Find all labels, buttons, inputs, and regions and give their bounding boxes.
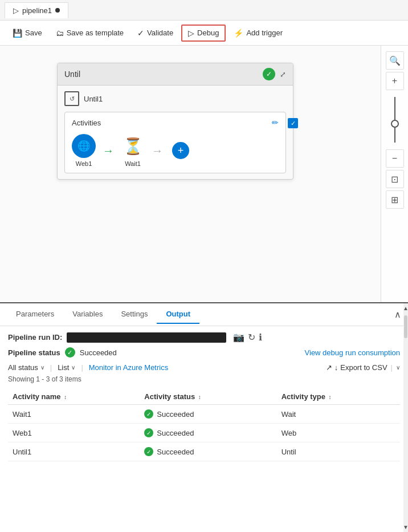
pipeline-tab-label: pipeline1	[22, 6, 52, 15]
col-activity-type[interactable]: Activity type ↕	[277, 389, 400, 405]
tab-output[interactable]: Output	[157, 305, 199, 324]
canvas-controls: 🔍 + − ⊡ ⊞	[381, 46, 408, 324]
cell-activity-type: Wait	[277, 405, 400, 424]
export-more-chevron[interactable]: ∨	[396, 364, 400, 371]
panel-tabs: Parameters Variables Settings Output ∧	[0, 303, 408, 326]
divider2: |	[81, 363, 83, 372]
save-template-button[interactable]: 🗂 Save as template	[50, 26, 129, 40]
status-check-icon: ✓	[65, 347, 75, 358]
validate-label: Validate	[147, 29, 173, 37]
run-id-row: Pipeline run ID: 📷 ↻ ℹ	[8, 332, 400, 343]
card-success-icon: ✓	[263, 68, 275, 80]
info-icon[interactable]: ℹ	[259, 332, 262, 343]
pipeline-tab[interactable]: ▷ pipeline1	[5, 2, 68, 18]
export-area: ↗ ↓ Export to CSV | ∨	[326, 363, 400, 372]
status-label: Pipeline status	[8, 348, 60, 357]
run-icons: 📷 ↻ ℹ	[233, 332, 262, 343]
pipeline-icon: ▷	[13, 6, 19, 15]
list-label: List	[58, 363, 69, 372]
fit-button[interactable]: ⊡	[386, 170, 404, 188]
zoom-slider[interactable]	[394, 95, 395, 145]
col-activity-status[interactable]: Activity status ↕	[140, 389, 276, 405]
wait1-icon: ⏳	[121, 134, 145, 158]
activities-label: Activities ✏	[72, 118, 279, 127]
row-check-icon: ✓	[144, 409, 153, 419]
wait1-node[interactable]: ⏳ Wait1	[121, 134, 145, 167]
zoom-track	[394, 97, 395, 143]
bottom-panel: Parameters Variables Settings Output ∧ P…	[0, 302, 408, 532]
panel-tabs-left: Parameters Variables Settings Output	[7, 305, 199, 324]
zoom-in-button[interactable]: +	[386, 72, 404, 90]
toolbar: 💾 Save 🗂 Save as template ✓ Validate ▷ D…	[0, 21, 408, 46]
save-icon: 💾	[13, 29, 22, 38]
add-trigger-button[interactable]: ⚡ Add trigger	[228, 26, 288, 40]
loop-icon: ↺	[64, 91, 79, 106]
panel-collapse-button[interactable]: ∧	[394, 309, 401, 320]
scroll-down[interactable]: ▼	[401, 522, 408, 532]
debug-play-icon: ▷	[188, 29, 194, 38]
canvas-area: Until ✓ ⤢ ↺ Until1 Activities ✏ 🌐 Web1	[0, 46, 408, 325]
tab-settings[interactable]: Settings	[112, 305, 157, 324]
debug-button[interactable]: ▷ Debug	[181, 25, 226, 42]
debug-label: Debug	[197, 29, 219, 37]
cell-activity-status: ✓ Succeeded	[140, 405, 276, 424]
run-id-label: Pipeline run ID:	[8, 333, 62, 342]
all-status-label: All status	[8, 363, 38, 372]
card-body: ↺ Until1 Activities ✏ 🌐 Web1 → ⏳ Wait1	[58, 86, 293, 179]
monitor-link[interactable]: Monitor in Azure Metrics	[89, 363, 168, 372]
grid-button[interactable]: ⊞	[386, 190, 404, 209]
list-chevron: ∨	[71, 364, 75, 371]
activity-checked-icon: ✓	[288, 118, 298, 128]
add-trigger-icon: ⚡	[234, 29, 243, 38]
activities-box: Activities ✏ 🌐 Web1 → ⏳ Wait1 → +	[64, 112, 286, 173]
status-value: Succeeded	[80, 348, 117, 357]
save-button[interactable]: 💾 Save	[7, 26, 48, 40]
arrow-green-icon: →	[103, 144, 114, 157]
cell-activity-name: Wait1	[8, 405, 140, 424]
card-header-right: ✓ ⤢	[263, 68, 286, 80]
web1-node[interactable]: 🌐 Web1	[72, 134, 96, 167]
web1-label: Web1	[76, 160, 92, 167]
scrollbar-thumb[interactable]	[404, 315, 407, 338]
all-status-chevron: ∨	[40, 364, 44, 371]
scroll-up[interactable]: ▲	[401, 303, 408, 313]
download-icon[interactable]: ↓	[334, 363, 338, 372]
cell-activity-status: ✓ Succeeded	[140, 424, 276, 442]
all-status-dropdown[interactable]: All status ∨	[8, 363, 44, 372]
wait1-label: Wait1	[125, 160, 141, 167]
external-link-icon[interactable]: ↗	[326, 363, 332, 372]
web1-icon: 🌐	[72, 134, 96, 158]
tab-parameters[interactable]: Parameters	[7, 305, 63, 324]
scrollbar[interactable]: ▲ ▼	[403, 303, 408, 532]
panel-content: Pipeline run ID: 📷 ↻ ℹ Pipeline status ✓…	[0, 326, 408, 532]
copy-icon[interactable]: 📷	[233, 332, 244, 343]
divider3: |	[391, 363, 393, 372]
until1-row: ↺ Until1	[64, 91, 286, 106]
zoom-out-button[interactable]: −	[386, 149, 404, 168]
export-label[interactable]: Export to CSV	[340, 363, 387, 372]
refresh-icon[interactable]: ↻	[248, 332, 255, 343]
add-activity-button[interactable]: +	[172, 142, 189, 159]
card-header: Until ✓ ⤢	[58, 63, 293, 86]
save-template-icon: 🗂	[56, 29, 64, 38]
list-dropdown[interactable]: List ∨	[58, 363, 75, 372]
cell-activity-type: Until	[277, 442, 400, 461]
table-row[interactable]: Web1 ✓ Succeeded Web	[8, 424, 400, 442]
table-row[interactable]: Wait1 ✓ Succeeded Wait	[8, 405, 400, 424]
row-check-icon: ✓	[144, 447, 153, 456]
zoom-thumb[interactable]	[391, 120, 399, 128]
row-check-icon: ✓	[144, 428, 153, 437]
save-label: Save	[25, 29, 42, 37]
showing-text: Showing 1 - 3 of 3 items	[8, 375, 400, 383]
tab-bar: ▷ pipeline1	[0, 0, 408, 21]
col-activity-name[interactable]: Activity name ↕	[8, 389, 140, 405]
search-canvas-button[interactable]: 🔍	[386, 51, 404, 70]
table-header-row: Activity name ↕ Activity status ↕ Activi…	[8, 389, 400, 405]
tab-variables[interactable]: Variables	[63, 305, 112, 324]
validate-button[interactable]: ✓ Validate	[132, 26, 179, 40]
card-title: Until	[64, 70, 80, 79]
edit-icon[interactable]: ✏	[272, 118, 279, 127]
table-row[interactable]: Until1 ✓ Succeeded Until	[8, 442, 400, 461]
view-debug-link[interactable]: View debug run consumption	[305, 348, 400, 357]
expand-icon[interactable]: ⤢	[280, 70, 286, 79]
